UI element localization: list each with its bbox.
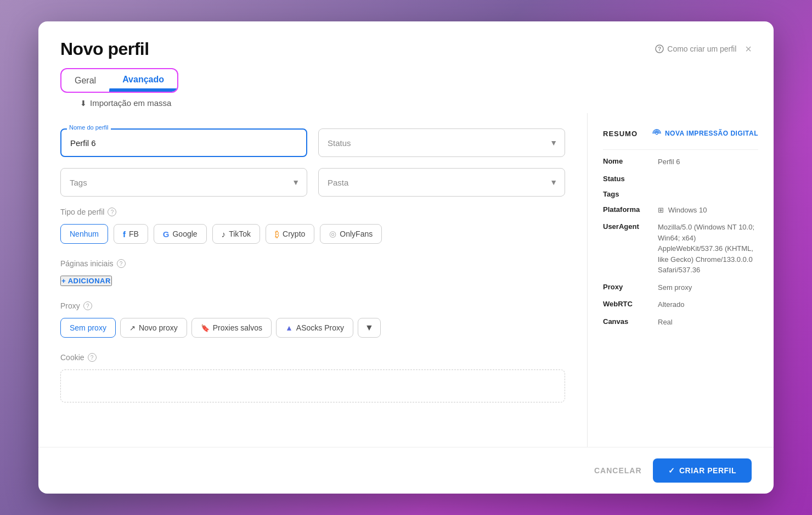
create-profile-button[interactable]: ✓ CRIAR PERFIL xyxy=(653,458,752,483)
svg-text:?: ? xyxy=(658,46,661,52)
summary-val-proxy: Sem proxy xyxy=(658,282,692,293)
initial-pages-section: Páginas iniciais ? + ADICIONAR xyxy=(60,259,565,286)
main-panel: Nome do perfil Status ▼ Tags ▼ xyxy=(38,113,587,447)
summary-row-name: Nome Perfil 6 xyxy=(603,156,758,167)
svg-point-2 xyxy=(656,132,658,135)
fingerprint-icon xyxy=(652,128,662,138)
novo-proxy-icon: ↗ xyxy=(129,324,136,332)
summary-title: RESUMO xyxy=(603,130,638,138)
tags-select[interactable]: Tags xyxy=(60,168,307,197)
crypto-icon: ₿ xyxy=(275,229,279,239)
modal-header: Novo perfil ? Como criar um perfil × xyxy=(38,21,774,59)
add-page-button[interactable]: + ADICIONAR xyxy=(60,276,112,286)
header-right: ? Como criar um perfil × xyxy=(655,43,752,54)
proxy-section: Proxy ? Sem proxy ↗ Novo proxy 🔖 Proxies… xyxy=(60,301,565,338)
summary-row-tags: Tags xyxy=(603,189,758,198)
tab-geral[interactable]: Geral xyxy=(61,69,109,92)
cookie-drop-area[interactable] xyxy=(60,370,565,402)
google-icon: G xyxy=(163,229,170,239)
modal: Novo perfil ? Como criar um perfil × Ger… xyxy=(38,21,774,494)
summary-key-plataforma: Plataforma xyxy=(603,205,652,216)
windows-icon: ⊞ xyxy=(658,205,664,216)
profile-name-input[interactable] xyxy=(60,128,307,157)
profile-name-field: Nome do perfil xyxy=(60,128,307,157)
summary-val-webrtc: Alterado xyxy=(658,299,684,310)
proxies-salvos-icon: 🔖 xyxy=(201,324,210,332)
summary-val-plataforma: ⊞ Windows 10 xyxy=(658,205,707,216)
tab-avancado[interactable]: Avançado xyxy=(109,69,177,92)
profile-type-buttons: Nenhum f FB G Google ♪ TikTok xyxy=(60,224,565,244)
summary-divider xyxy=(603,149,758,150)
type-google[interactable]: G Google xyxy=(154,224,207,244)
help-link-text: Como criar um perfil xyxy=(667,44,736,53)
modal-title: Novo perfil xyxy=(60,39,149,59)
type-fb[interactable]: f FB xyxy=(114,224,148,244)
type-tiktok[interactable]: ♪ TikTok xyxy=(212,224,260,244)
summary-key-canvas: Canvas xyxy=(603,317,652,328)
proxy-sem-proxy[interactable]: Sem proxy xyxy=(60,318,116,338)
onlyfans-icon: ◎ xyxy=(329,229,336,239)
pages-help-icon[interactable]: ? xyxy=(117,259,126,268)
summary-row-plataforma: Plataforma ⊞ Windows 10 xyxy=(603,205,758,216)
form-row-1: Nome do perfil Status ▼ xyxy=(60,128,565,157)
proxy-novo-proxy[interactable]: ↗ Novo proxy xyxy=(120,318,187,338)
cancel-button[interactable]: CANCELAR xyxy=(594,466,642,475)
modal-footer: CANCELAR ✓ CRIAR PERFIL xyxy=(38,447,774,494)
cookie-label: Cookie ? xyxy=(60,353,565,362)
modal-body: Nome do perfil Status ▼ Tags ▼ xyxy=(38,113,774,447)
summary-key-webrtc: WebRTC xyxy=(603,299,652,310)
tiktok-icon: ♪ xyxy=(222,229,226,239)
asocks-icon: ▲ xyxy=(285,323,293,332)
summary-val-canvas: Real xyxy=(658,317,673,328)
cookie-help-icon[interactable]: ? xyxy=(88,353,97,362)
summary-row-proxy: Proxy Sem proxy xyxy=(603,282,758,293)
fb-icon: f xyxy=(123,229,126,239)
proxy-more-dropdown[interactable]: ▼ xyxy=(358,318,381,338)
profile-type-help-icon[interactable]: ? xyxy=(108,208,116,216)
profile-name-label: Nome do perfil xyxy=(67,124,111,131)
summary-key-proxy: Proxy xyxy=(603,282,652,293)
cookie-section: Cookie ? xyxy=(60,353,565,402)
summary-row-webrtc: WebRTC Alterado xyxy=(603,299,758,310)
pasta-select[interactable]: Pasta xyxy=(318,168,565,197)
type-onlyfans[interactable]: ◎ OnlyFans xyxy=(320,224,382,244)
form-row-2: Tags ▼ Pasta ▼ xyxy=(60,168,565,197)
status-select[interactable]: Status xyxy=(318,128,565,157)
new-fingerprint-button[interactable]: NOVA IMPRESSÃO DIGITAL xyxy=(652,128,758,138)
proxy-buttons: Sem proxy ↗ Novo proxy 🔖 Proxies salvos … xyxy=(60,318,565,338)
summary-val-useragent: Mozilla/5.0 (Windows NT 10.0; Win64; x64… xyxy=(658,222,758,276)
summary-key-tags: Tags xyxy=(603,189,652,198)
help-link[interactable]: ? Como criar um perfil xyxy=(655,44,736,53)
summary-row-status: Status xyxy=(603,174,758,183)
profile-type-section: Tipo de perfil ? Nenhum f FB G Google xyxy=(60,208,565,244)
summary-row-useragent: UserAgent Mozilla/5.0 (Windows NT 10.0; … xyxy=(603,222,758,276)
checkmark-icon: ✓ xyxy=(668,466,675,475)
tags-field: Tags ▼ xyxy=(60,168,307,197)
summary-key-name: Nome xyxy=(603,156,652,167)
initial-pages-label: Páginas iniciais ? xyxy=(60,259,565,268)
summary-header: RESUMO NOVA IMPRESSÃO DIGITAL xyxy=(603,128,758,138)
pasta-field: Pasta ▼ xyxy=(318,168,565,197)
profile-type-label: Tipo de perfil ? xyxy=(60,208,565,216)
summary-val-name: Perfil 6 xyxy=(658,156,680,167)
type-crypto[interactable]: ₿ Crypto xyxy=(266,224,314,244)
proxy-help-icon[interactable]: ? xyxy=(83,301,92,310)
summary-key-useragent: UserAgent xyxy=(603,222,652,276)
proxy-asocks[interactable]: ▲ ASocks Proxy xyxy=(276,318,353,338)
side-panel: RESUMO NOVA IMPRESSÃO DIGITAL xyxy=(587,113,774,447)
summary-key-status: Status xyxy=(603,174,652,183)
type-nenhum[interactable]: Nenhum xyxy=(60,224,108,244)
close-button[interactable]: × xyxy=(745,43,752,54)
summary-row-canvas: Canvas Real xyxy=(603,317,758,328)
status-field: Status ▼ xyxy=(318,128,565,157)
tab-import[interactable]: ⬇ Importação em massa xyxy=(69,93,182,113)
help-icon: ? xyxy=(655,44,664,53)
proxy-label: Proxy ? xyxy=(60,301,565,310)
proxy-proxies-salvos[interactable]: 🔖 Proxies salvos xyxy=(191,318,272,338)
